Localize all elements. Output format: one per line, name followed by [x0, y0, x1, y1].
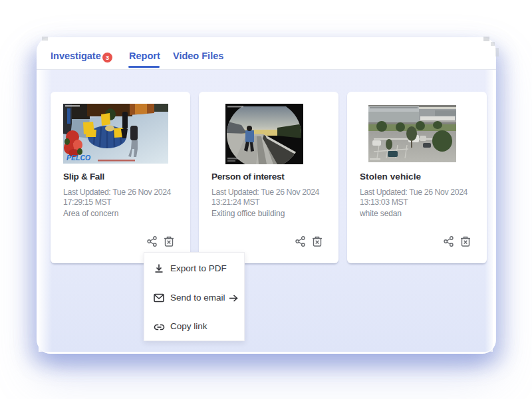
- svg-text:PELCO: PELCO: [66, 154, 90, 162]
